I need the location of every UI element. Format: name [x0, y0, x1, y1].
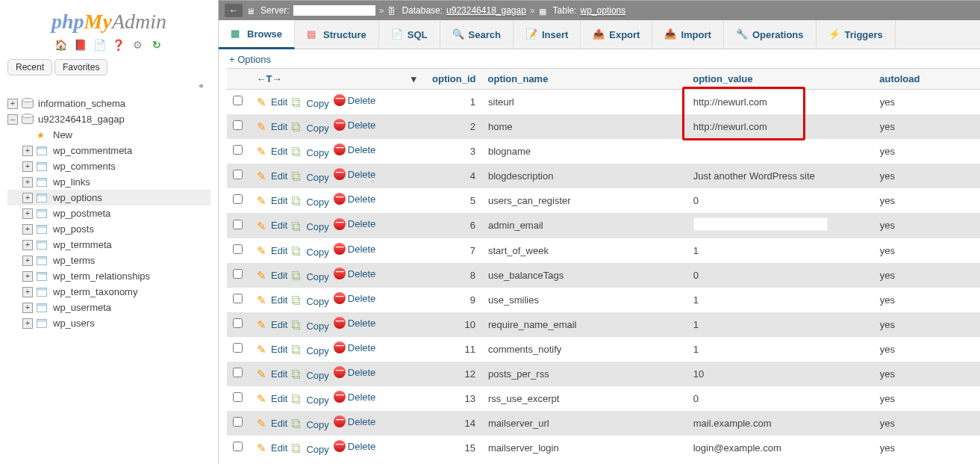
tree-label[interactable]: wp_termmeta	[51, 238, 114, 251]
edit-link[interactable]: Edit	[257, 120, 287, 132]
tree-label[interactable]: wp_options	[51, 191, 104, 204]
delete-link[interactable]: Delete	[334, 168, 376, 180]
tree-toggle-icon[interactable]: +	[22, 224, 33, 235]
option-value[interactable]: 1	[693, 344, 699, 355]
row-checkbox[interactable]	[233, 294, 243, 303]
tree-toggle-icon[interactable]: +	[22, 208, 33, 219]
option-value[interactable]: login@example.com	[693, 442, 781, 454]
edit-link[interactable]: Edit	[257, 318, 287, 330]
option-value[interactable]: 0	[693, 393, 699, 404]
edit-link[interactable]: Edit	[257, 194, 287, 206]
tree-item-wp-terms[interactable]: +wp_terms	[7, 253, 210, 268]
tree-label[interactable]: wp_usermeta	[51, 301, 113, 314]
delete-link[interactable]: Delete	[334, 415, 376, 427]
tree-item-wp-postmeta[interactable]: +wp_postmeta	[7, 205, 210, 221]
tab-insert[interactable]: Insert	[514, 20, 581, 49]
tab-export[interactable]: Export	[581, 20, 652, 49]
tree-toggle-icon[interactable]: +	[22, 193, 33, 203]
edit-link[interactable]: Edit	[257, 442, 287, 454]
edit-link[interactable]: Edit	[257, 392, 287, 404]
option-value[interactable]: 1	[693, 319, 699, 330]
copy-link[interactable]: Copy	[292, 369, 328, 381]
sort-indicator-icon[interactable]	[407, 73, 416, 84]
row-checkbox[interactable]	[233, 244, 243, 254]
tree-item-wp-usermeta[interactable]: +wp_usermeta	[7, 300, 210, 315]
copy-link[interactable]: Copy	[292, 394, 328, 406]
tree-label[interactable]: wp_term_relationships	[51, 270, 152, 282]
tree-toggle-icon[interactable]: +	[22, 303, 33, 313]
copy-link[interactable]: Copy	[292, 320, 328, 332]
edit-link[interactable]: Edit	[257, 417, 287, 429]
link-toggle-icon[interactable]: ⚭	[7, 81, 210, 91]
edit-link[interactable]: Edit	[257, 220, 287, 232]
delete-link[interactable]: Delete	[334, 292, 376, 304]
favorites-tab[interactable]: Favorites	[54, 59, 107, 75]
tree-label[interactable]: wp_users	[51, 317, 97, 330]
header-option-name[interactable]: option_name	[482, 69, 687, 90]
copy-link[interactable]: Copy	[292, 146, 328, 158]
tree-toggle-icon[interactable]: +	[22, 256, 33, 266]
option-value[interactable]: Just another WordPress site	[693, 170, 815, 182]
delete-link[interactable]: Delete	[334, 243, 376, 255]
tab-browse[interactable]: Browse	[219, 20, 295, 49]
tree-toggle-icon[interactable]: +	[22, 271, 33, 282]
tree-item-u923246418-gagap[interactable]: –u923246418_gagap	[7, 111, 210, 127]
edit-link[interactable]: Edit	[257, 244, 287, 256]
row-checkbox[interactable]	[233, 442, 243, 451]
table-link[interactable]: wp_options	[581, 5, 626, 16]
tree-label[interactable]: wp_links	[51, 176, 93, 188]
database-link[interactable]: u923246418_gagap	[446, 5, 526, 16]
copy-link[interactable]: Copy	[292, 221, 328, 233]
tree-label[interactable]: New	[51, 129, 75, 141]
tab-structure[interactable]: Structure	[295, 20, 379, 49]
tree-toggle-icon[interactable]: +	[22, 318, 33, 329]
row-checkbox[interactable]	[233, 120, 243, 130]
copy-link[interactable]: Copy	[292, 171, 328, 183]
option-name[interactable]: start_of_week	[482, 238, 687, 263]
edit-link[interactable]: Edit	[257, 269, 287, 281]
option-name[interactable]: mailserver_login	[482, 436, 687, 460]
option-name[interactable]: posts_per_rss	[482, 362, 687, 386]
sql-icon[interactable]	[93, 38, 106, 52]
copy-link[interactable]: Copy	[292, 196, 328, 208]
tree-item-wp-term-taxonomy[interactable]: +wp_term_taxonomy	[7, 284, 210, 300]
option-name[interactable]: users_can_register	[482, 188, 687, 213]
row-checkbox[interactable]	[233, 170, 243, 179]
option-value[interactable]: 0	[693, 195, 699, 206]
copy-link[interactable]: Copy	[292, 97, 328, 109]
row-checkbox[interactable]	[233, 343, 243, 353]
delete-link[interactable]: Delete	[334, 193, 376, 205]
header-option-value[interactable]: option_value	[687, 69, 873, 90]
copy-link[interactable]: Copy	[292, 295, 328, 307]
tree-toggle-icon[interactable]: –	[7, 114, 18, 125]
delete-link[interactable]: Delete	[334, 218, 376, 230]
delete-link[interactable]: Delete	[334, 391, 376, 403]
copy-link[interactable]: Copy	[292, 344, 328, 356]
tree-item-wp-posts[interactable]: +wp_posts	[7, 221, 210, 237]
option-name[interactable]: comments_notify	[482, 337, 687, 362]
option-name[interactable]: use_balanceTags	[482, 263, 687, 288]
header-option-id[interactable]: option_id	[422, 69, 482, 90]
tree-label[interactable]: wp_comments	[51, 160, 118, 173]
options-link[interactable]: + Options	[226, 54, 271, 68]
option-name[interactable]: home	[482, 114, 687, 139]
delete-link[interactable]: Delete	[334, 94, 376, 106]
copy-link[interactable]: Copy	[292, 122, 328, 134]
tree-toggle-icon[interactable]: +	[22, 240, 33, 250]
option-value[interactable]: mail.example.com	[693, 418, 772, 429]
tree-toggle-icon[interactable]: +	[7, 99, 18, 109]
tab-search[interactable]: Search	[440, 20, 514, 49]
tree-item-wp-termmeta[interactable]: +wp_termmeta	[7, 237, 210, 253]
option-name[interactable]: use_smilies	[482, 288, 687, 312]
tree-item-wp-options[interactable]: +wp_options	[7, 190, 210, 205]
header-autoload[interactable]: autoload	[873, 69, 979, 90]
tree-toggle-icon[interactable]: +	[22, 177, 33, 188]
edit-link[interactable]: Edit	[257, 170, 287, 182]
tree-toggle-icon[interactable]: +	[22, 146, 33, 156]
delete-link[interactable]: Delete	[334, 366, 376, 378]
tree-item-wp-term-relationships[interactable]: +wp_term_relationships	[7, 268, 210, 284]
nav-arrows[interactable]: ←T→	[257, 73, 282, 84]
delete-link[interactable]: Delete	[334, 119, 376, 131]
tree-label[interactable]: wp_posts	[51, 223, 96, 235]
option-value[interactable]: 0	[693, 270, 699, 281]
